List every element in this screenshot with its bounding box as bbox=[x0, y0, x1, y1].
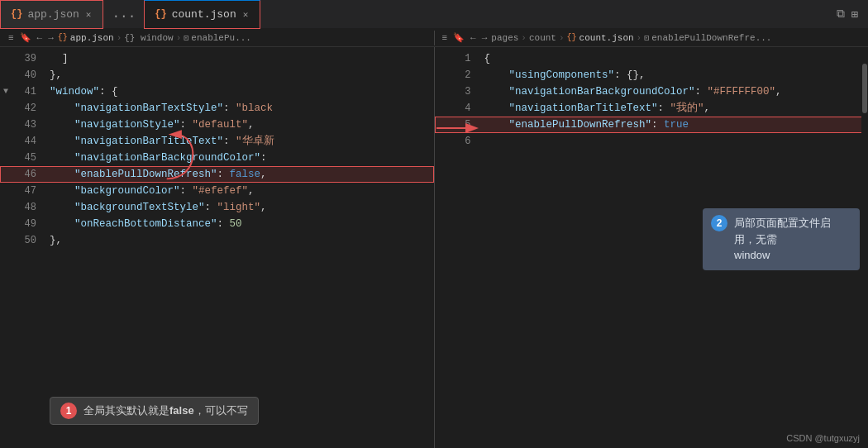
table-row: 48 "backgroundTextStyle": "light", bbox=[0, 199, 434, 216]
badge-1: 1 bbox=[60, 403, 77, 419]
table-row: 47 "backgroundColor": "#efefef", bbox=[0, 183, 434, 199]
table-row: 39 ] bbox=[0, 50, 434, 67]
bc-left-enable: enablePu... bbox=[191, 33, 251, 43]
breadcrumb-divider bbox=[434, 31, 435, 45]
scrollbar-right[interactable] bbox=[861, 47, 868, 448]
table-row: 6 bbox=[435, 133, 869, 150]
bc-right-icon: {} bbox=[567, 33, 577, 42]
bc-left-window: {} window bbox=[124, 33, 173, 43]
code-area-left[interactable]: 39 ] 40 }, ▼ 41 "window": { 42 "navigati… bbox=[0, 47, 434, 448]
table-row: 45 "navigationBarBackgroundColor": bbox=[0, 150, 434, 166]
tab-label-app: app.json bbox=[27, 8, 79, 21]
watermark: CSDN @tutgxuzyj bbox=[786, 433, 860, 443]
table-row: ▼ 41 "window": { bbox=[0, 83, 434, 100]
table-row: 42 "navigationBarTextStyle": "black bbox=[0, 100, 434, 117]
table-row: 40 }, bbox=[0, 67, 434, 83]
table-row: 2 "usingComponents": {}, bbox=[435, 67, 869, 83]
split-editor-icon[interactable]: ⧉ bbox=[837, 7, 845, 21]
breadcrumb-right: ≡ 🔖 ← → pages › count › {} count.json › … bbox=[441, 32, 862, 43]
tab-close-count[interactable]: ✕ bbox=[241, 7, 250, 21]
back-btn-right[interactable]: ← bbox=[469, 33, 478, 43]
annotation-text-2: 局部页面配置文件启用，无需window bbox=[734, 215, 851, 264]
scrollbar-thumb-right[interactable] bbox=[862, 64, 867, 113]
bc-right-enable: enablePullDownRefre... bbox=[651, 33, 771, 43]
annotation-bubble-2: 2 局部页面配置文件启用，无需window bbox=[703, 208, 860, 270]
layout-icon[interactable]: ⊞ bbox=[851, 7, 858, 21]
tab-overflow-dots[interactable]: ... bbox=[103, 7, 144, 21]
tab-label-count: count.json bbox=[172, 8, 236, 21]
back-btn-left[interactable]: ← bbox=[36, 33, 45, 43]
table-row: 50 }, bbox=[0, 232, 434, 249]
bc-right-count-json: count.json bbox=[579, 33, 634, 43]
annotation-bubble-1: 1 全局其实默认就是false，可以不写 bbox=[50, 397, 259, 425]
editor-right: 1 { 2 "usingComponents": {}, 3 "navigati… bbox=[435, 47, 869, 448]
breadcrumb-left: ≡ 🔖 ← → {} app.json › {} window › ⊡ enab… bbox=[7, 32, 428, 43]
bc-right-pages: pages bbox=[491, 33, 518, 43]
table-row: 1 { bbox=[435, 50, 869, 67]
table-row: 46 "enablePullDownRefresh": false, bbox=[0, 166, 434, 183]
table-row: 3 "navigationBarBackgroundColor": "#FFFF… bbox=[435, 83, 869, 100]
annotation-text-1: 全局其实默认就是false，可以不写 bbox=[83, 403, 248, 418]
menu-icon-left[interactable]: ≡ bbox=[7, 33, 16, 43]
editor-left: 39 ] 40 }, ▼ 41 "window": { 42 "navigati… bbox=[0, 47, 435, 448]
tab-app-json[interactable]: {} app.json ✕ bbox=[0, 0, 103, 29]
table-row: 43 "navigationStyle": "default", bbox=[0, 117, 434, 133]
editors-container: 39 ] 40 }, ▼ 41 "window": { 42 "navigati… bbox=[0, 47, 868, 448]
tab-bar: {} app.json ✕ ... {} count.json ✕ ⧉ ⊞ bbox=[0, 0, 868, 29]
bookmark-icon-right[interactable]: 🔖 bbox=[451, 32, 466, 43]
bc-left-icon2: ⊡ bbox=[184, 33, 188, 43]
tab-icon-count: {} bbox=[155, 8, 166, 20]
code-area-right[interactable]: 1 { 2 "usingComponents": {}, 3 "navigati… bbox=[435, 47, 869, 448]
menu-icon-right[interactable]: ≡ bbox=[441, 33, 450, 43]
bc-left-file-icon: {} bbox=[58, 33, 68, 42]
bookmark-icon-left[interactable]: 🔖 bbox=[18, 32, 33, 43]
table-row: 5 "enablePullDownRefresh": true bbox=[435, 117, 869, 133]
tab-count-json[interactable]: {} count.json ✕ bbox=[144, 0, 260, 29]
badge-2: 2 bbox=[711, 215, 727, 231]
table-row: 4 "navigationBarTitleText": "我的", bbox=[435, 100, 869, 117]
bc-left-app-json: app.json bbox=[70, 33, 114, 43]
tab-close-app[interactable]: ✕ bbox=[84, 7, 93, 21]
bc-right-icon2: ⊡ bbox=[644, 33, 649, 43]
table-row: 44 "navigationBarTitleText": "华卓新 bbox=[0, 133, 434, 150]
breadcrumb-bar: ≡ 🔖 ← → {} app.json › {} window › ⊡ enab… bbox=[0, 29, 868, 47]
bc-right-count: count bbox=[529, 33, 556, 43]
tab-icon-app: {} bbox=[11, 8, 22, 20]
forward-btn-left[interactable]: → bbox=[46, 33, 55, 43]
forward-btn-right[interactable]: → bbox=[480, 33, 489, 43]
table-row: 49 "onReachBottomDistance": 50 bbox=[0, 216, 434, 232]
